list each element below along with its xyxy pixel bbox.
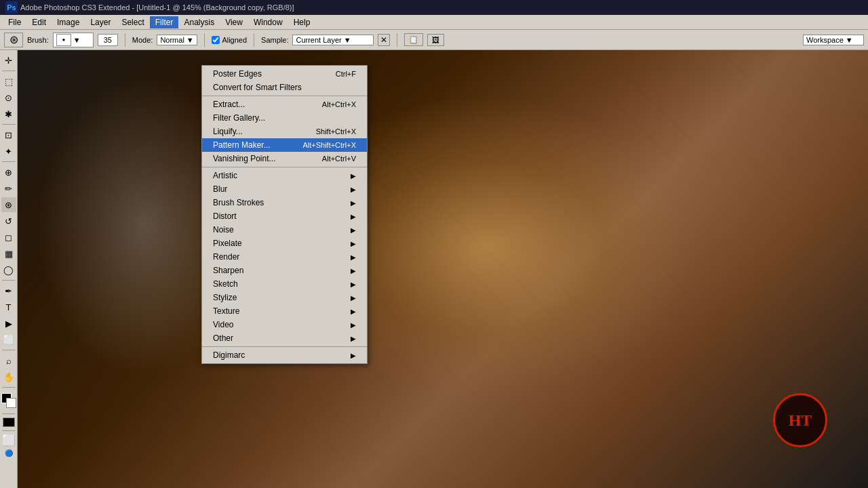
menu-item-brush-strokes[interactable]: Brush Strokes ▶	[202, 196, 367, 209]
healing-brush-tool[interactable]: ⊕	[1, 165, 16, 180]
video-arrow: ▶	[351, 321, 356, 329]
history-brush-tool[interactable]: ↺	[1, 214, 16, 228]
menu-item-poster-edges[interactable]: Poster Edges Ctrl+F	[202, 67, 367, 81]
other-arrow: ▶	[351, 335, 356, 342]
move-tool[interactable]: ✛	[1, 53, 16, 68]
type-tool[interactable]: T	[1, 300, 16, 314]
menu-analysis[interactable]: Analysis	[178, 16, 220, 28]
sample-value: Current Layer	[296, 36, 341, 44]
workspace-label: Workspace	[806, 36, 844, 44]
save-options-button[interactable]: 📋	[404, 33, 423, 46]
menu-window[interactable]: Window	[248, 16, 288, 28]
menu-item-video[interactable]: Video ▶	[202, 318, 367, 331]
magic-wand-tool[interactable]: ✱	[1, 106, 16, 121]
menu-item-other[interactable]: Other ▶	[202, 331, 367, 345]
noise-label: Noise	[213, 225, 234, 235]
menu-item-distort[interactable]: Distort ▶	[202, 209, 367, 223]
brush-size-input[interactable]: 35	[98, 34, 118, 46]
brush-dropdown-arrow[interactable]: ▼	[73, 36, 81, 44]
menu-item-smart-filters[interactable]: Convert for Smart Filters	[202, 81, 367, 94]
color-swatches[interactable]	[1, 393, 16, 408]
main-area: ✛ ⬚ ⊙ ✱ ⊡ ✦ ⊕ ✏ ⊛ ↺ ◻ ▦ ◯ ✒ T ▶ ⬜ ⌕ ✋ ⬜ …	[0, 50, 868, 488]
menu-item-extract[interactable]: Extract... Alt+Ctrl+X	[202, 98, 367, 111]
menu-item-pattern-maker[interactable]: Pattern Maker... Alt+Shift+Ctrl+X	[202, 138, 367, 152]
marquee-tool[interactable]: ⬚	[1, 74, 16, 89]
filter-separator-2	[202, 167, 367, 167]
screen-mode[interactable]: ⬜	[2, 434, 16, 447]
clone-stamp-tool[interactable]: ⊛	[1, 197, 16, 212]
title-bar: Ps Adobe Photoshop CS3 Extended - [Untit…	[0, 0, 868, 15]
menu-view[interactable]: View	[220, 16, 248, 28]
zoom-tool[interactable]: ⌕	[1, 353, 16, 368]
workspace-dropdown[interactable]: Workspace ▼	[803, 35, 864, 45]
extract-label: Extract...	[213, 100, 245, 109]
menu-select[interactable]: Select	[116, 16, 149, 28]
mode-dropdown[interactable]: Normal ▼	[157, 35, 197, 45]
tool-separator-1	[2, 70, 16, 71]
left-toolbar: ✛ ⬚ ⊙ ✱ ⊡ ✦ ⊕ ✏ ⊛ ↺ ◻ ▦ ◯ ✒ T ▶ ⬜ ⌕ ✋ ⬜ …	[0, 50, 18, 488]
filter-dropdown-container: Poster Edges Ctrl+F Convert for Smart Fi…	[201, 65, 368, 364]
noise-arrow: ▶	[351, 226, 356, 234]
filter-gallery-label: Filter Gallery...	[213, 113, 265, 123]
workspace-dropdown-arrow: ▼	[846, 36, 853, 44]
menu-filter[interactable]: Filter	[150, 16, 179, 28]
sketch-label: Sketch	[213, 279, 238, 289]
hand-tool[interactable]: ✋	[1, 369, 16, 384]
menu-item-render[interactable]: Render ▶	[202, 250, 367, 264]
window-title: Adobe Photoshop CS3 Extended - [Untitled…	[20, 3, 294, 12]
menu-item-liquify[interactable]: Liquify... Shift+Ctrl+X	[202, 125, 367, 138]
pen-tool[interactable]: ✒	[1, 283, 16, 298]
menu-item-sharpen[interactable]: Sharpen ▶	[202, 264, 367, 277]
menu-layer[interactable]: Layer	[85, 16, 116, 28]
menu-item-sketch[interactable]: Sketch ▶	[202, 277, 367, 291]
sample-dropdown-arrow: ▼	[344, 36, 351, 44]
lasso-tool[interactable]: ⊙	[1, 90, 16, 105]
sample-dropdown[interactable]: Current Layer ▼	[292, 35, 374, 45]
liquify-shortcut: Shift+Ctrl+X	[316, 127, 356, 136]
artistic-label: Artistic	[213, 171, 237, 180]
sketch-arrow: ▶	[351, 281, 356, 288]
aligned-checkbox[interactable]	[212, 36, 220, 44]
shape-tool[interactable]: ⬜	[1, 332, 16, 347]
brush-tool[interactable]: ✏	[1, 181, 16, 196]
cs-live[interactable]: 🔵	[5, 449, 13, 457]
stylize-arrow: ▶	[351, 294, 356, 302]
menu-item-filter-gallery[interactable]: Filter Gallery...	[202, 111, 367, 125]
menu-item-noise[interactable]: Noise ▶	[202, 223, 367, 237]
brush-preset-dropdown[interactable]: ● ▼	[53, 33, 94, 47]
menu-edit[interactable]: Edit	[26, 16, 52, 28]
gradient-tool[interactable]: ▦	[1, 246, 16, 261]
filter-dropdown-menu: Poster Edges Ctrl+F Convert for Smart Fi…	[201, 65, 368, 364]
clear-button[interactable]: ✕	[378, 34, 390, 46]
menu-item-blur[interactable]: Blur ▶	[202, 182, 367, 196]
separator-4	[397, 33, 397, 47]
canvas-background: HT	[18, 50, 868, 488]
menu-item-digimarc[interactable]: Digimarc ▶	[202, 348, 367, 362]
tool-separator-6	[2, 387, 16, 388]
menu-item-texture[interactable]: Texture ▶	[202, 304, 367, 318]
menu-image[interactable]: Image	[52, 16, 85, 28]
eyedropper-tool[interactable]: ✦	[1, 144, 16, 159]
background-color[interactable]	[6, 398, 16, 408]
menu-help[interactable]: Help	[288, 16, 316, 28]
path-selection-tool[interactable]: ▶	[1, 316, 16, 331]
distort-label: Distort	[213, 211, 237, 221]
dodge-tool[interactable]: ◯	[1, 262, 16, 277]
extract-shortcut: Alt+Ctrl+X	[322, 100, 356, 108]
menu-item-stylize[interactable]: Stylize ▶	[202, 291, 367, 304]
quick-mask-mode[interactable]	[3, 418, 15, 427]
mode-label: Mode:	[132, 36, 153, 44]
texture-label: Texture	[213, 306, 239, 316]
crop-tool[interactable]: ⊡	[1, 127, 16, 142]
eraser-tool[interactable]: ◻	[1, 230, 16, 245]
separator-1	[125, 33, 125, 47]
canvas-options-button[interactable]: 🖼	[427, 34, 444, 46]
menu-item-pixelate[interactable]: Pixelate ▶	[202, 237, 367, 250]
brush-strokes-arrow: ▶	[351, 199, 356, 207]
texture-arrow: ▶	[351, 308, 356, 315]
menu-file[interactable]: File	[3, 16, 26, 28]
video-label: Video	[213, 320, 233, 329]
menu-item-artistic[interactable]: Artistic ▶	[202, 169, 367, 182]
mode-dropdown-arrow: ▼	[186, 36, 194, 44]
menu-item-vanishing-point[interactable]: Vanishing Point... Alt+Ctrl+V	[202, 152, 367, 165]
